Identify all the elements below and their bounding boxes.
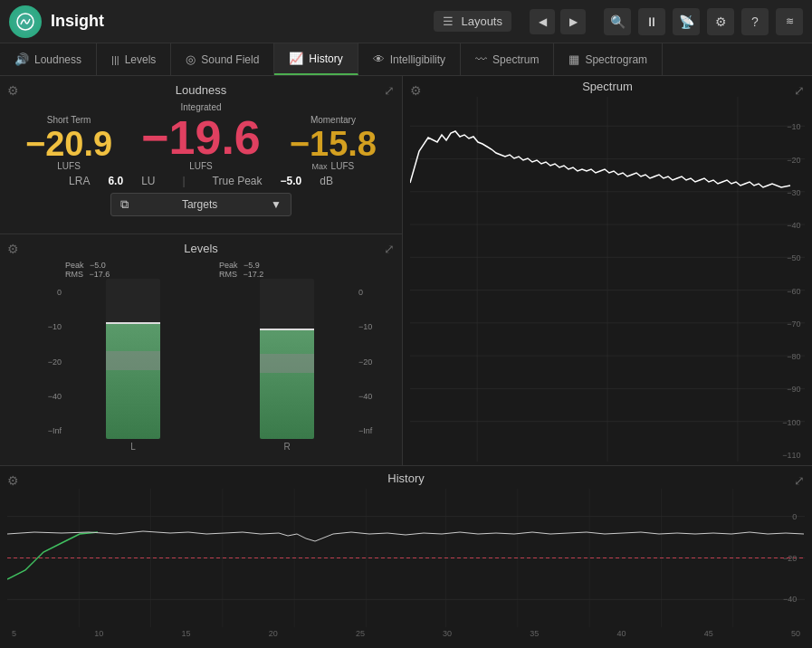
pause-button[interactable]: ⏸	[638, 8, 665, 35]
left-rms-value: −17.6	[90, 270, 110, 279]
left-meter-fill	[106, 324, 160, 439]
search-button[interactable]: 🔍	[604, 8, 631, 35]
true-peak-unit: dB	[320, 175, 333, 187]
history-y-40: −40	[783, 595, 797, 604]
scale-0: 0	[38, 288, 62, 297]
main: ⚙ Loudness ⤢ Short Term −20.9 LUFS Integ…	[0, 76, 812, 648]
layouts-group: ☰ Layouts	[434, 11, 511, 32]
lra-value: 6.0	[108, 175, 123, 187]
levels-scale: 0 −10 −20 −40 −Inf	[38, 261, 65, 452]
right-peak-line	[260, 329, 314, 330]
left-panels: ⚙ Loudness ⤢ Short Term −20.9 LUFS Integ…	[0, 76, 403, 465]
tab-spectrogram[interactable]: ▦ Spectrogram	[554, 43, 663, 75]
next-button[interactable]: ▶	[560, 9, 586, 34]
levels-tab-icon: |||	[111, 54, 119, 65]
tab-spectrum[interactable]: 〰 Spectrum	[461, 43, 554, 75]
history-x-10: 10	[94, 629, 103, 638]
left-channel: Peak −5.0 RMS −17.6 L	[65, 261, 201, 452]
levels-title: Levels	[11, 242, 391, 255]
targets-filter-icon: ⧉	[120, 197, 129, 212]
right-channel: Peak −5.9 RMS −17.2 R	[219, 261, 355, 452]
right-channel-label: R	[283, 442, 290, 452]
header: Insight ☰ Layouts ◀ ▶ 🔍 ⏸ 📡 ⚙ ? ≋	[0, 0, 812, 43]
loudness-expand-icon[interactable]: ⤢	[384, 83, 395, 98]
spectrum-panel: ⚙ Spectrum ⤢	[403, 76, 812, 465]
left-peak-line	[106, 322, 160, 324]
history-x-labels: 5 10 15 20 25 30 35 40 45 50	[7, 627, 805, 638]
loudness-panel: ⚙ Loudness ⤢ Short Term −20.9 LUFS Integ…	[0, 76, 402, 234]
integrated-value: −19.6	[141, 114, 261, 161]
history-svg: 0 −20 −40	[7, 489, 805, 627]
spectrum-y-60: −60	[787, 287, 800, 296]
spectrum-tab-icon: 〰	[475, 52, 487, 66]
settings-button[interactable]: ⚙	[707, 8, 734, 35]
tab-loudness[interactable]: 🔊 Loudness	[0, 43, 97, 75]
app-logo	[9, 5, 42, 38]
loudness-tab-icon: 🔊	[14, 52, 29, 66]
history-x-30: 30	[443, 629, 452, 638]
intelligibility-tab-icon: 👁	[373, 52, 385, 66]
levels-tab-label: Levels	[125, 53, 157, 66]
tabbar: 🔊 Loudness ||| Levels ◎ Sound Field 📈 Hi…	[0, 43, 812, 76]
spectrum-plot-area: −10 −20 −30 −40 −50 −60 −70 −80 −90 −100…	[410, 97, 805, 462]
levels-expand-icon[interactable]: ⤢	[384, 242, 395, 256]
levels-settings-icon[interactable]: ⚙	[7, 242, 19, 256]
history-tab-label: History	[309, 52, 342, 65]
history-expand-icon[interactable]: ⤢	[794, 473, 805, 488]
spectrum-expand-icon[interactable]: ⤢	[794, 83, 805, 98]
spectrum-y-10: −10	[787, 122, 800, 131]
scale-r-inf: −Inf	[358, 426, 382, 435]
tab-history[interactable]: 📈 History	[274, 43, 358, 75]
soundfield-tab-icon: ◎	[186, 52, 196, 66]
spectrum-line	[410, 131, 790, 187]
spectrum-svg: −10 −20 −30 −40 −50 −60 −70 −80 −90 −100…	[410, 97, 805, 462]
tab-levels[interactable]: ||| Levels	[97, 43, 171, 75]
scale-r-20: −20	[358, 357, 382, 367]
right-rms-info: RMS −17.2	[219, 270, 355, 279]
nav-arrows: ◀ ▶	[530, 9, 586, 34]
history-panel: ⚙ History ⤢	[0, 465, 812, 648]
layouts-label: Layouts	[461, 14, 502, 28]
lra-label: LRA	[69, 175, 90, 187]
scale-r-10: −10	[358, 322, 382, 331]
extra-button[interactable]: ≋	[776, 8, 803, 35]
spectrum-y-110: −110	[782, 451, 800, 460]
right-rms-label: RMS	[219, 270, 237, 279]
lra-unit: LU	[141, 175, 155, 187]
history-settings-icon[interactable]: ⚙	[7, 473, 19, 488]
history-green-line	[7, 532, 98, 579]
left-rms-fill	[106, 351, 160, 370]
short-term-label: Short Term	[25, 115, 112, 125]
targets-label: Targets	[182, 198, 217, 211]
spectrum-y-50: −50	[787, 253, 800, 262]
top-row: ⚙ Loudness ⤢ Short Term −20.9 LUFS Integ…	[0, 76, 812, 465]
prev-button[interactable]: ◀	[530, 9, 555, 34]
left-meter-bar	[106, 279, 160, 439]
monitor-button[interactable]: 📡	[673, 8, 700, 35]
spectrum-tab-label: Spectrum	[492, 53, 539, 66]
scale-inf: −Inf	[38, 426, 62, 435]
history-x-20: 20	[269, 629, 278, 638]
true-peak-label: True Peak	[213, 175, 263, 187]
scale-r-0: 0	[358, 288, 382, 297]
loudness-values-row: Short Term −20.9 LUFS Integrated −19.6 L…	[11, 102, 391, 171]
levels-scale-right: 0 −10 −20 −40 −Inf	[355, 261, 382, 452]
history-plot: 0 −20 −40	[7, 489, 805, 627]
spectrogram-tab-icon: ▦	[568, 52, 579, 66]
levels-panel: ⚙ Levels ⤢ 0 −10 −20 −40 −Inf P	[0, 234, 402, 465]
lra-row: LRA 6.0 LU | True Peak −5.0 dB	[11, 175, 391, 187]
spectrum-y-20: −20	[787, 156, 800, 165]
help-button[interactable]: ?	[741, 8, 769, 35]
loudness-tab-label: Loudness	[34, 53, 81, 66]
targets-chevron-icon: ▼	[271, 198, 282, 211]
history-x-25: 25	[356, 629, 365, 638]
spectrum-y-80: −80	[787, 352, 800, 361]
targets-button[interactable]: ⧉ Targets ▼	[110, 193, 291, 216]
tab-soundfield[interactable]: ◎ Sound Field	[171, 43, 274, 75]
loudness-settings-icon[interactable]: ⚙	[7, 83, 19, 98]
soundfield-tab-label: Sound Field	[201, 53, 259, 66]
history-x-40: 40	[617, 629, 626, 638]
history-x-5: 5	[12, 629, 16, 638]
right-meter-bar	[260, 279, 314, 439]
tab-intelligibility[interactable]: 👁 Intelligibility	[358, 43, 461, 75]
